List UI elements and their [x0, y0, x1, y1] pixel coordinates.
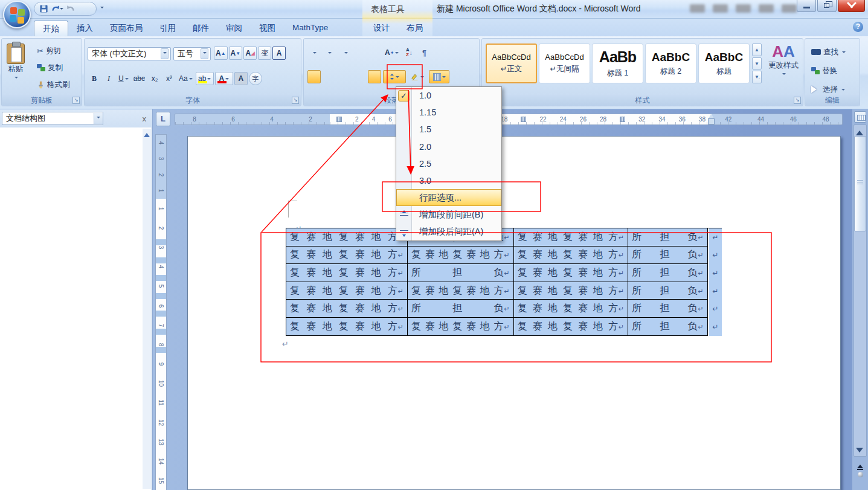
styles-dialog-launcher[interactable] — [794, 97, 801, 104]
strikethrough-button[interactable]: abc — [132, 72, 147, 85]
menu-item-行距选项...[interactable]: 行距选项... — [396, 189, 501, 206]
align-left-button[interactable] — [307, 70, 321, 83]
office-button[interactable] — [3, 1, 31, 28]
tab-引用[interactable]: 引用 — [151, 21, 184, 36]
style-item-2[interactable]: AaBbCcDd↵无间隔 — [539, 44, 590, 83]
table-cell[interactable]: 复赛地复赛地方↵ — [286, 228, 408, 247]
style-item-1[interactable]: AaBbCcDd↵正文 — [486, 44, 537, 83]
align-right-button[interactable] — [338, 70, 351, 83]
change-styles-button[interactable]: AA 更改样式 — [765, 42, 802, 94]
table-cell[interactable]: 复赛地复赛地方↵ — [514, 247, 628, 265]
table-cell[interactable]: 所担负↵ — [628, 318, 708, 336]
scroll-up-icon[interactable] — [856, 127, 863, 135]
table-cell[interactable]: 所担负↵ — [408, 264, 514, 282]
underline-button[interactable]: U — [117, 72, 130, 85]
align-center-button[interactable] — [323, 70, 336, 83]
help-button[interactable]: ? — [853, 22, 863, 32]
decrease-indent-button[interactable] — [353, 46, 366, 59]
tab-审阅[interactable]: 审阅 — [217, 21, 251, 36]
line-spacing-dropdown-icon[interactable] — [396, 76, 399, 80]
redo-icon[interactable] — [66, 5, 75, 13]
bold-button[interactable]: B — [88, 72, 101, 85]
find-button[interactable]: 查找 — [811, 45, 846, 59]
justify-button[interactable] — [353, 70, 366, 83]
document-map-close-icon[interactable]: x — [143, 114, 147, 123]
minimize-button[interactable] — [797, 0, 816, 12]
multilevel-list-button[interactable] — [338, 46, 351, 59]
menu-item-增加段后间距(A)[interactable]: 增加段后间距(A) — [396, 224, 501, 240]
table-cell[interactable]: 复赛地复赛地方↵ — [408, 282, 514, 300]
superscript-button[interactable]: x² — [162, 72, 176, 85]
numbering-dropdown-icon[interactable] — [328, 52, 332, 56]
table-cell[interactable]: 复赛地复赛地方↵ — [286, 264, 408, 282]
table-cell[interactable]: 复赛地复赛地方↵ — [286, 282, 408, 300]
style-item-3[interactable]: AaBb标题 1 — [592, 44, 643, 83]
tab-MathType[interactable]: MathType — [284, 21, 336, 36]
table-cell[interactable]: 复赛地复赛地方↵ — [514, 300, 628, 318]
menu-item-1.15[interactable]: 1.15 — [396, 104, 501, 121]
gallery-more-icon[interactable]: ▼̱ — [752, 71, 762, 83]
tab-视图[interactable]: 视图 — [251, 21, 284, 36]
line-spacing-button[interactable] — [383, 70, 406, 83]
table-column-marker[interactable] — [620, 117, 625, 122]
change-styles-dropdown-icon[interactable] — [782, 73, 786, 77]
italic-button[interactable]: I — [102, 72, 115, 85]
underline-dropdown-icon[interactable] — [125, 78, 129, 82]
select-browse-object-button[interactable] — [857, 472, 864, 477]
distribute-button[interactable] — [368, 70, 381, 83]
highlight-button[interactable]: ab — [196, 72, 214, 85]
document-map-scrollbar[interactable] — [143, 129, 151, 489]
pinyin-guide-button[interactable]: 变 — [258, 47, 271, 60]
table-cell[interactable]: 所担负↵ — [628, 247, 708, 265]
table-cell[interactable]: 复赛地复赛地方↵ — [286, 247, 408, 265]
font-name-dropdown-icon[interactable] — [161, 48, 169, 59]
horizontal-ruler[interactable]: 8642 2468121416182224262832343638 424446… — [175, 114, 843, 125]
table-column-marker[interactable] — [336, 117, 342, 122]
shading-dropdown-icon[interactable] — [420, 76, 424, 80]
font-color-button[interactable]: A — [215, 72, 233, 85]
grow-font-button[interactable]: A▲ — [214, 47, 228, 60]
sort-button[interactable]: AZ↓ — [402, 46, 416, 59]
table-cell[interactable]: 复赛地复赛地方↵ — [514, 318, 628, 336]
font-dialog-launcher[interactable] — [292, 97, 299, 104]
cut-button[interactable]: ✂ 剪切 — [37, 44, 70, 58]
document-map-dropdown-icon[interactable] — [94, 113, 103, 124]
show-marks-button[interactable]: ¶ — [417, 46, 431, 59]
character-border-button[interactable]: A — [272, 47, 286, 60]
table-cell[interactable]: 所担负↵ — [408, 300, 514, 318]
style-item-5[interactable]: AaBbC标题 — [698, 44, 750, 83]
find-dropdown-icon[interactable] — [842, 51, 846, 55]
table-column-marker[interactable] — [521, 117, 526, 122]
ruler-toggle-button[interactable] — [854, 111, 866, 123]
clear-formatting-button[interactable]: A◢ — [243, 47, 257, 60]
increase-indent-button[interactable] — [368, 46, 381, 59]
restore-button[interactable] — [817, 0, 837, 12]
customize-qat-icon[interactable] — [100, 7, 104, 10]
menu-item-3.0[interactable]: 3.0 — [396, 172, 501, 189]
menu-item-增加段前间距(B)[interactable]: 增加段前间距(B) — [396, 206, 501, 223]
gallery-down-icon[interactable]: ▼ — [752, 57, 762, 70]
enclose-characters-button[interactable]: 字 — [249, 72, 262, 85]
tab-selector-button[interactable]: L — [156, 112, 170, 126]
undo-button[interactable] — [51, 5, 63, 13]
borders-dropdown-icon[interactable] — [442, 76, 446, 80]
character-shading-button[interactable]: A — [234, 72, 248, 85]
table-cell[interactable]: 所担负↵ — [628, 228, 708, 247]
case-dropdown-icon[interactable] — [189, 78, 193, 82]
menu-item-1.5[interactable]: 1.5 — [396, 121, 501, 138]
close-button[interactable] — [838, 0, 865, 12]
menu-item-2.5[interactable]: 2.5 — [396, 155, 501, 172]
document-map-combo[interactable]: 文档结构图 — [2, 112, 103, 125]
tab-布局[interactable]: 布局 — [398, 21, 431, 36]
tab-开始[interactable]: 开始 — [34, 21, 68, 36]
change-case-button[interactable]: Aa — [177, 72, 194, 85]
borders-button[interactable] — [429, 70, 449, 83]
menu-item-2.0[interactable]: 2.0 — [396, 138, 501, 155]
table-cell[interactable]: 复赛地复赛地方↵ — [408, 318, 514, 336]
asian-layout-button[interactable]: A✦ — [383, 46, 400, 59]
right-indent-marker[interactable] — [708, 114, 713, 124]
gallery-up-icon[interactable]: ▲ — [752, 44, 762, 56]
paste-button[interactable]: 粘贴 — [7, 44, 25, 80]
clipboard-dialog-launcher[interactable] — [72, 97, 80, 104]
shrink-font-button[interactable]: A▼ — [229, 47, 243, 60]
